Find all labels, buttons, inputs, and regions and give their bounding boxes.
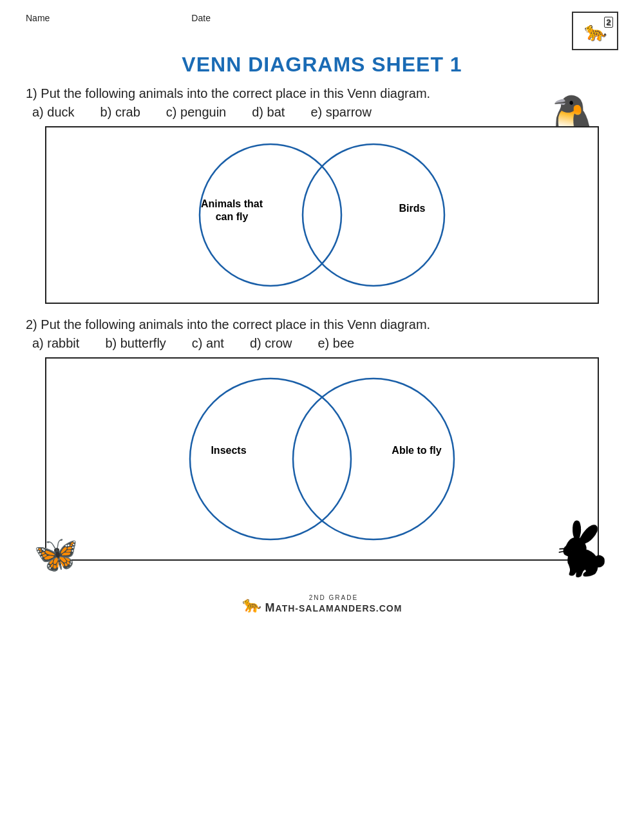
butterfly-icon: 🦋: [33, 536, 79, 572]
rabbit-icon: 🐇: [549, 523, 613, 575]
footer-site-text: ATH-SALAMANDERS.COM: [276, 603, 402, 613]
svg-text:Birds: Birds: [399, 203, 426, 214]
question1-text: 1) Put the following animals into the co…: [26, 84, 618, 102]
page-title: VENN DIAGRAMS SHEET 1: [26, 53, 618, 77]
name-date: Name Date: [26, 12, 211, 23]
footer-logo-icon: 🐆: [242, 595, 261, 613]
footer-grade: 2ND GRADE: [265, 594, 402, 601]
footer: 🐆 2ND GRADE MATH-SALAMANDERS.COM: [26, 594, 618, 615]
animal-item: b) crab: [100, 105, 140, 120]
logo-number: 2: [604, 17, 612, 28]
logo-box: 🐆 2: [572, 12, 618, 50]
svg-point-5: [190, 379, 351, 539]
venn-svg-container-2: Insects Able to fly: [46, 359, 598, 559]
venn-svg-container-1: Animals that can fly Birds: [46, 127, 598, 303]
animal-item: e) bee: [317, 336, 354, 351]
animal-item: b) butterfly: [105, 336, 166, 351]
venn-svg-1: Animals that can fly Birds: [97, 138, 547, 292]
svg-point-1: [303, 144, 444, 286]
animal-item: a) rabbit: [32, 336, 79, 351]
question2-text: 2) Put the following animals into the co…: [26, 315, 618, 333]
question2-animals: a) rabbit b) butterfly c) ant d) crow e)…: [26, 336, 618, 351]
venn-svg-2: Insects Able to fly: [97, 369, 547, 549]
footer-site: MATH-SALAMANDERS.COM: [265, 601, 402, 615]
animal-item: c) penguin: [166, 105, 226, 120]
svg-point-6: [293, 379, 454, 539]
logo-icon: 🐆 2: [584, 21, 607, 42]
date-label: Date: [191, 13, 211, 23]
animal-item: a) duck: [32, 105, 75, 120]
animal-item: c) ant: [192, 336, 224, 351]
name-label: Name: [26, 13, 50, 23]
svg-text:can fly: can fly: [216, 211, 249, 222]
question1-section: 1) Put the following animals into the co…: [26, 84, 618, 304]
top-bar: Name Date 🐆 2: [26, 12, 618, 50]
svg-text:Able to fly: Able to fly: [392, 445, 441, 456]
page: Name Date 🐆 2 VENN DIAGRAMS SHEET 1 1) P…: [0, 0, 644, 833]
animal-item: e) sparrow: [310, 105, 371, 120]
animal-item: d) crow: [250, 336, 292, 351]
svg-text:Insects: Insects: [211, 445, 246, 456]
venn-diagram-1: Animals that can fly Birds: [45, 126, 599, 304]
question1-animals: a) duck b) crab c) penguin d) bat e) spa…: [26, 105, 618, 120]
venn-diagram-2: Insects Able to fly 🦋 🐇: [45, 357, 599, 561]
footer-logo: 🐆 2ND GRADE MATH-SALAMANDERS.COM: [242, 594, 402, 615]
footer-text-block: 2ND GRADE MATH-SALAMANDERS.COM: [265, 594, 402, 615]
animal-item: d) bat: [252, 105, 285, 120]
question2-section: 2) Put the following animals into the co…: [26, 315, 618, 561]
svg-text:Animals that: Animals that: [201, 198, 263, 209]
